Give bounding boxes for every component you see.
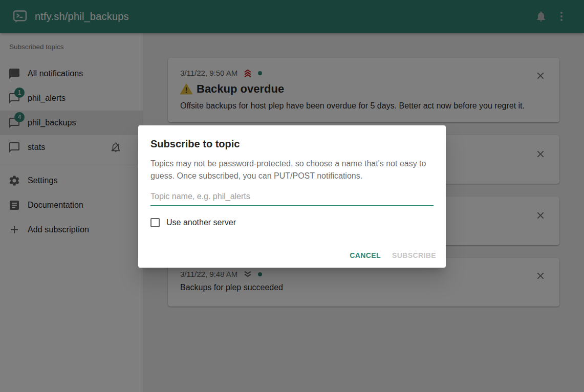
dialog-description: Topics may not be password-protected, so… — [150, 158, 434, 182]
cancel-button[interactable]: CANCEL — [344, 247, 386, 264]
subscribe-dialog: Subscribe to topic Topics may not be pas… — [138, 125, 446, 268]
subscribe-button[interactable]: SUBSCRIBE — [386, 247, 442, 264]
topic-name-input[interactable] — [150, 189, 434, 206]
dialog-title: Subscribe to topic — [150, 138, 434, 150]
use-another-server-label: Use another server — [166, 218, 236, 227]
use-another-server-option[interactable]: Use another server — [150, 218, 434, 227]
dialog-actions: CANCEL SUBSCRIBE — [344, 247, 442, 264]
use-another-server-checkbox[interactable] — [150, 218, 160, 227]
